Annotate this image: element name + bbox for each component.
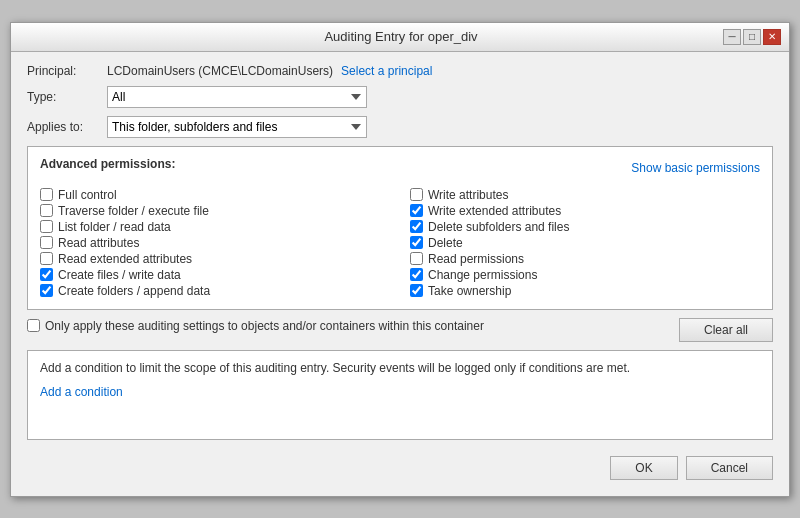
title-bar-controls: ─ □ ✕ bbox=[723, 29, 781, 45]
perm-take-ownership: Take ownership bbox=[410, 283, 760, 299]
close-button[interactable]: ✕ bbox=[763, 29, 781, 45]
perm-write-attrs-label: Write attributes bbox=[428, 188, 508, 202]
perm-create-folders: Create folders / append data bbox=[40, 283, 390, 299]
perm-delete-subfolders: Delete subfolders and files bbox=[410, 219, 760, 235]
permissions-right-col: Write attributes Write extended attribut… bbox=[410, 187, 760, 299]
principal-row: Principal: LCDomainUsers (CMCE\LCDomainU… bbox=[27, 64, 773, 78]
perm-traverse-checkbox[interactable] bbox=[40, 204, 53, 217]
type-row: Type: All Success Fail bbox=[27, 86, 773, 108]
applies-to-label: Applies to: bbox=[27, 120, 107, 134]
condition-text: Add a condition to limit the scope of th… bbox=[40, 361, 760, 375]
permissions-section: Advanced permissions: Show basic permiss… bbox=[27, 146, 773, 310]
perm-write-ext-attrs: Write extended attributes bbox=[410, 203, 760, 219]
perm-read-attrs: Read attributes bbox=[40, 235, 390, 251]
perm-delete-subfolders-label: Delete subfolders and files bbox=[428, 220, 569, 234]
perm-change-permissions-checkbox[interactable] bbox=[410, 268, 423, 281]
perm-create-folders-label: Create folders / append data bbox=[58, 284, 210, 298]
window-body: Principal: LCDomainUsers (CMCE\LCDomainU… bbox=[11, 52, 789, 496]
perm-traverse: Traverse folder / execute file bbox=[40, 203, 390, 219]
perm-full-control-label: Full control bbox=[58, 188, 117, 202]
perm-read-ext-attrs-checkbox[interactable] bbox=[40, 252, 53, 265]
principal-label: Principal: bbox=[27, 64, 107, 78]
perm-create-folders-checkbox[interactable] bbox=[40, 284, 53, 297]
perm-read-attrs-checkbox[interactable] bbox=[40, 236, 53, 249]
principal-value: LCDomainUsers (CMCE\LCDomainUsers) bbox=[107, 64, 333, 78]
perm-write-attrs: Write attributes bbox=[410, 187, 760, 203]
perm-full-control: Full control bbox=[40, 187, 390, 203]
perm-delete-label: Delete bbox=[428, 236, 463, 250]
perm-traverse-label: Traverse folder / execute file bbox=[58, 204, 209, 218]
perm-full-control-checkbox[interactable] bbox=[40, 188, 53, 201]
perm-create-files: Create files / write data bbox=[40, 267, 390, 283]
restore-button[interactable]: □ bbox=[743, 29, 761, 45]
title-bar: Auditing Entry for oper_div ─ □ ✕ bbox=[11, 23, 789, 52]
perm-read-permissions-label: Read permissions bbox=[428, 252, 524, 266]
condition-section: Add a condition to limit the scope of th… bbox=[27, 350, 773, 440]
select-principal-link[interactable]: Select a principal bbox=[341, 64, 432, 78]
type-label: Type: bbox=[27, 90, 107, 104]
clear-all-button[interactable]: Clear all bbox=[679, 318, 773, 342]
add-condition-link[interactable]: Add a condition bbox=[40, 385, 123, 399]
dialog-window: Auditing Entry for oper_div ─ □ ✕ Princi… bbox=[10, 22, 790, 497]
perm-list-folder-checkbox[interactable] bbox=[40, 220, 53, 233]
only-apply-label: Only apply these auditing settings to ob… bbox=[45, 319, 484, 333]
perm-read-permissions-checkbox[interactable] bbox=[410, 252, 423, 265]
perm-write-ext-attrs-label: Write extended attributes bbox=[428, 204, 561, 218]
perm-write-attrs-checkbox[interactable] bbox=[410, 188, 423, 201]
perm-read-ext-attrs: Read extended attributes bbox=[40, 251, 390, 267]
perm-delete: Delete bbox=[410, 235, 760, 251]
perm-take-ownership-label: Take ownership bbox=[428, 284, 511, 298]
permissions-title: Advanced permissions: bbox=[40, 157, 175, 171]
perm-delete-checkbox[interactable] bbox=[410, 236, 423, 249]
type-select[interactable]: All Success Fail bbox=[107, 86, 367, 108]
permissions-header: Advanced permissions: Show basic permiss… bbox=[40, 157, 760, 179]
perm-list-folder-label: List folder / read data bbox=[58, 220, 171, 234]
permissions-grid: Full control Traverse folder / execute f… bbox=[40, 187, 760, 299]
perm-delete-subfolders-checkbox[interactable] bbox=[410, 220, 423, 233]
applies-to-row: Applies to: This folder, subfolders and … bbox=[27, 116, 773, 138]
perm-write-ext-attrs-checkbox[interactable] bbox=[410, 204, 423, 217]
perm-create-files-checkbox[interactable] bbox=[40, 268, 53, 281]
minimize-button[interactable]: ─ bbox=[723, 29, 741, 45]
window-title: Auditing Entry for oper_div bbox=[79, 29, 723, 44]
cancel-button[interactable]: Cancel bbox=[686, 456, 773, 480]
permissions-left-col: Full control Traverse folder / execute f… bbox=[40, 187, 390, 299]
perm-create-files-label: Create files / write data bbox=[58, 268, 181, 282]
perm-read-ext-attrs-label: Read extended attributes bbox=[58, 252, 192, 266]
perm-read-attrs-label: Read attributes bbox=[58, 236, 139, 250]
dialog-footer: OK Cancel bbox=[27, 448, 773, 484]
only-apply-row: Only apply these auditing settings to ob… bbox=[27, 319, 484, 333]
perm-read-permissions: Read permissions bbox=[410, 251, 760, 267]
only-apply-checkbox[interactable] bbox=[27, 319, 40, 332]
applies-to-select[interactable]: This folder, subfolders and files This f… bbox=[107, 116, 367, 138]
perm-change-permissions: Change permissions bbox=[410, 267, 760, 283]
show-basic-link[interactable]: Show basic permissions bbox=[631, 161, 760, 175]
ok-button[interactable]: OK bbox=[610, 456, 677, 480]
perm-list-folder: List folder / read data bbox=[40, 219, 390, 235]
perm-take-ownership-checkbox[interactable] bbox=[410, 284, 423, 297]
perm-change-permissions-label: Change permissions bbox=[428, 268, 537, 282]
